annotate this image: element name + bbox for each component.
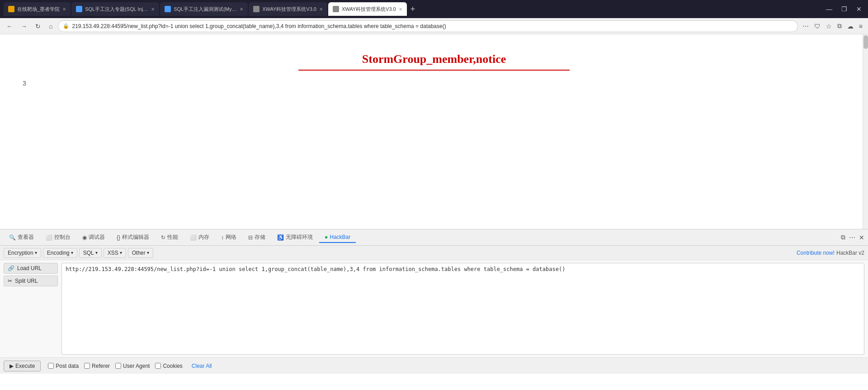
memory-label: 内存: [198, 233, 209, 241]
devtools-tab-debugger[interactable]: ◉调试器: [77, 232, 110, 243]
checkbox-input-post-data[interactable]: [48, 363, 54, 369]
browser-tab-tab1[interactable]: 在线靶场_墨者学院✕: [4, 2, 71, 16]
devtools-more-button[interactable]: ⋯: [849, 234, 855, 241]
split-url-icon: ✂: [8, 278, 12, 284]
devtools-tab-inspector[interactable]: 🔍查看器: [4, 232, 39, 243]
back-button[interactable]: ←: [4, 21, 15, 32]
devtools-tab-hackbar[interactable]: ●HackBar: [319, 232, 356, 243]
hackbar-side-buttons: 🔗 Load URL ✂ Split URL: [4, 263, 58, 355]
devtools-tab-accessibility[interactable]: ♿无障碍环境: [272, 232, 318, 243]
hackbar-menu-sql[interactable]: SQL▾: [79, 248, 102, 258]
tab-favicon: [8, 6, 14, 12]
load-url-button[interactable]: 🔗 Load URL: [4, 263, 58, 274]
hackbar-icon: ●: [325, 234, 328, 240]
browser-tab-tab4[interactable]: XWAY科技管理系统V3.0✕: [249, 2, 327, 16]
home-button[interactable]: ⌂: [46, 21, 55, 32]
devtools-tab-storage[interactable]: ⊟存储: [243, 232, 271, 243]
checkbox-referer[interactable]: Referer: [84, 363, 110, 369]
devtools-tab-network[interactable]: ↕网络: [216, 232, 242, 243]
devtools-panel: 🔍查看器⬜控制台◉调试器{}样式编辑器↻性能⬜内存↕网络⊟存储♿无障碍环境●Ha…: [0, 229, 868, 374]
scrollbar-thumb[interactable]: [863, 35, 868, 49]
checkbox-input-referer[interactable]: [84, 363, 90, 369]
hackbar-menu-encryption-label: Encryption: [8, 250, 33, 256]
hackbar-menu-encryption[interactable]: Encryption▾: [4, 248, 41, 258]
menu-icon[interactable]: ≡: [857, 21, 864, 32]
tab-close-icon[interactable]: ✕: [151, 7, 155, 12]
tab-label: 在线靶场_墨者学院: [17, 6, 60, 13]
debugger-label: 调试器: [89, 233, 105, 241]
tab-label: SQL手工注入专题(SQL Injec...: [85, 6, 148, 13]
split-url-button[interactable]: ✂ Split URL: [4, 276, 58, 286]
new-tab-button[interactable]: +: [408, 5, 418, 14]
hackbar-checkboxes: Post dataRefererUser AgentCookies: [48, 363, 182, 369]
chevron-down-icon: ▾: [95, 250, 98, 255]
checkbox-input-cookies[interactable]: [155, 363, 161, 369]
debugger-icon: ◉: [82, 234, 87, 241]
style-editor-label: 样式编辑器: [122, 233, 149, 241]
contribute-link[interactable]: Contribute now!: [797, 250, 835, 256]
inspector-icon: 🔍: [9, 234, 16, 241]
tab-close-icon[interactable]: ✕: [319, 7, 323, 12]
chevron-down-icon: ▾: [147, 250, 149, 255]
forward-button[interactable]: →: [18, 21, 30, 32]
devtools-close-button[interactable]: ✕: [859, 234, 864, 241]
tab-close-icon[interactable]: ✕: [399, 7, 402, 12]
tab-label: XWAY科技管理系统V3.0: [262, 6, 316, 13]
hackbar-url-textarea[interactable]: [61, 263, 864, 355]
hackbar-area: Encryption▾Encoding▾SQL▾XSS▾Other▾ Contr…: [0, 246, 868, 374]
sync-icon[interactable]: ☁: [845, 21, 855, 32]
network-label: 网络: [226, 233, 236, 241]
inspector-label: 查看器: [18, 233, 34, 241]
nav-bar: ← → ↻ ⌂ 🔒 ⋯ 🛡 ☆ ⧉ ☁ ≡: [0, 18, 868, 34]
hackbar-menu-encoding-label: Encoding: [47, 250, 70, 256]
clear-all-button[interactable]: Clear All: [192, 363, 212, 369]
checkbox-cookies[interactable]: Cookies: [155, 363, 182, 369]
hackbar-toolbar: Encryption▾Encoding▾SQL▾XSS▾Other▾ Contr…: [0, 246, 868, 260]
page-number: 3: [23, 80, 850, 87]
tab-close-icon[interactable]: ✕: [62, 7, 66, 12]
execute-button[interactable]: ▶ Execute: [4, 361, 41, 371]
memory-icon: ⬜: [190, 234, 197, 241]
browser-chrome: 在线靶场_墨者学院✕SQL手工注入专题(SQL Injec...✕SQL手工注入…: [0, 0, 868, 18]
checkbox-post-data[interactable]: Post data: [48, 363, 79, 369]
network-icon: ↕: [221, 234, 224, 241]
extensions-icon[interactable]: ⋯: [801, 21, 811, 32]
checkbox-label-cookies: Cookies: [163, 363, 182, 369]
devtools-dock-button[interactable]: ⧉: [841, 233, 845, 241]
maximize-button[interactable]: ❐: [839, 5, 850, 14]
bookmark-star-icon[interactable]: ☆: [824, 21, 834, 32]
bookmarks-icon[interactable]: ⧉: [835, 20, 844, 32]
checkbox-input-user-agent[interactable]: [115, 363, 121, 369]
devtools-tab-performance[interactable]: ↻性能: [156, 232, 184, 243]
checkbox-user-agent[interactable]: User Agent: [115, 363, 150, 369]
checkbox-label-post-data: Post data: [56, 363, 79, 369]
browser-tab-tab3[interactable]: SQL手工注入漏洞测试(MySQ...✕: [160, 2, 248, 16]
execute-icon: ▶: [9, 363, 14, 369]
tab-close-icon[interactable]: ✕: [240, 7, 243, 12]
checkbox-label-referer: Referer: [92, 363, 110, 369]
hackbar-version-label: HackBar v2: [836, 250, 864, 256]
shield-icon[interactable]: 🛡: [812, 21, 822, 32]
address-bar-input[interactable]: [72, 23, 793, 29]
page-content: StormGroup_member,notice 3: [0, 34, 868, 229]
reload-button[interactable]: ↻: [33, 21, 43, 32]
tab-favicon: [253, 6, 259, 12]
devtools-tab-console[interactable]: ⬜控制台: [40, 232, 76, 243]
address-bar-container: 🔒: [58, 20, 797, 32]
browser-tab-tab5[interactable]: XWAY科技管理系统V3.0✕: [328, 2, 407, 16]
tab-label: XWAY科技管理系统V3.0: [342, 6, 396, 13]
checkbox-label-user-agent: User Agent: [123, 363, 150, 369]
browser-scrollbar[interactable]: [863, 34, 868, 229]
performance-icon: ↻: [161, 234, 165, 241]
browser-tab-tab2[interactable]: SQL手工注入专题(SQL Injec...✕: [71, 2, 159, 16]
devtools-tab-memory[interactable]: ⬜内存: [184, 232, 215, 243]
hackbar-bottom-bar: ▶ Execute Post dataRefererUser AgentCook…: [0, 357, 868, 374]
hackbar-menu-xss[interactable]: XSS▾: [104, 248, 126, 258]
hackbar-menu-encoding[interactable]: Encoding▾: [43, 248, 77, 258]
hackbar-menu-other[interactable]: Other▾: [128, 248, 153, 258]
devtools-tab-style-editor[interactable]: {}样式编辑器: [111, 232, 155, 243]
accessibility-label: 无障碍环境: [286, 233, 313, 241]
close-button[interactable]: ✕: [854, 5, 864, 14]
minimize-button[interactable]: —: [823, 5, 835, 14]
accessibility-icon: ♿: [277, 234, 284, 241]
